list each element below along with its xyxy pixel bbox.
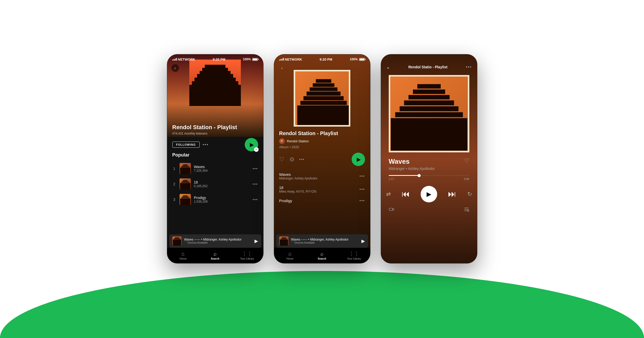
play-pause-icon: ▶ xyxy=(427,191,431,198)
time-total: 3:08 xyxy=(464,177,469,180)
now-playing-bar-1[interactable]: Waves ------ • Midranger, Ashley Apollod… xyxy=(169,234,261,248)
svg-rect-42 xyxy=(413,89,445,94)
svg-rect-20 xyxy=(183,195,187,196)
track-list-artist-1: Midranger, Ashley Apollodor xyxy=(279,177,318,180)
popular-title: Popular xyxy=(172,152,258,158)
track-dots-1[interactable]: ••• xyxy=(253,167,258,171)
nav-library-2[interactable]: ⋮⋮ Your Library xyxy=(338,249,370,262)
heart-button-3[interactable]: ♡ xyxy=(464,158,469,164)
svg-rect-47 xyxy=(391,118,467,151)
progress-times: 1:17 3:08 xyxy=(389,177,469,180)
track-list-item-1: Waves Midranger, Ashley Apollodor ••• xyxy=(279,170,365,183)
artist-row: R Rendol Station xyxy=(279,138,365,144)
repeat-button[interactable]: ↻ xyxy=(467,191,472,197)
svg-rect-46 xyxy=(395,112,463,117)
nav-library-1[interactable]: ⋮⋮ Your Library xyxy=(231,249,263,262)
nav-home-2[interactable]: ⌂ Home xyxy=(274,249,306,262)
svg-rect-43 xyxy=(408,95,450,99)
signal-icon-2 xyxy=(279,58,284,61)
playlist-actions: FOLLOWING ••• ▶ ✕ xyxy=(172,138,258,151)
play-icon: ▶ xyxy=(250,142,254,148)
track-dots-3[interactable]: ••• xyxy=(253,197,258,202)
nav-search-label-2: Search xyxy=(318,257,326,260)
next-button[interactable]: ⏭ xyxy=(448,189,456,199)
svg-rect-21 xyxy=(182,196,188,197)
song-title: Waves xyxy=(389,158,469,166)
phones-container: NETWORK 9:20 PM 100% ‹ Rendol Station - … xyxy=(167,54,477,284)
svg-rect-16 xyxy=(182,181,188,182)
album-actions: ♡ ⊙ ••• ▶ xyxy=(279,153,365,166)
now-playing-bar-2[interactable]: Waves ------ • Midranger, Ashley Apollod… xyxy=(276,234,368,248)
svg-rect-29 xyxy=(316,79,331,83)
svg-rect-48 xyxy=(389,208,392,210)
following-button[interactable]: FOLLOWING xyxy=(172,142,200,148)
album-meta: Album • 2020 xyxy=(279,145,365,149)
track-list-dots-2[interactable]: ••• xyxy=(360,187,365,191)
progress-fill xyxy=(389,175,419,176)
album-info: Rendol Station - Playlist R Rendol Stati… xyxy=(274,130,370,205)
svg-point-53 xyxy=(467,210,469,211)
track-plays-3: 1,539,208 xyxy=(194,200,250,203)
track-list-dots-3[interactable]: ••• xyxy=(360,199,365,203)
phone-1: NETWORK 9:20 PM 100% ‹ Rendol Station - … xyxy=(167,54,264,263)
phone-2: NETWORK 9:20 PM 100% ‹ xyxy=(274,54,370,263)
back-button-2[interactable]: ‹ xyxy=(278,64,286,72)
svg-rect-11 xyxy=(182,166,188,166)
playlist-info: Rendol Station - Playlist 474,431 monthl… xyxy=(167,124,263,151)
back-button[interactable]: ‹ xyxy=(171,64,179,72)
nav-search-1[interactable]: ⌕ Search xyxy=(199,249,231,262)
play-pause-button[interactable]: ▶ xyxy=(421,186,437,202)
more-button[interactable]: ••• xyxy=(299,157,305,161)
progress-bar[interactable] xyxy=(389,175,469,176)
shuffle-button[interactable]: ⇄ xyxy=(386,191,391,197)
svg-rect-38 xyxy=(281,238,287,239)
time-current: 1:17 xyxy=(389,177,394,180)
track-info-3: Prodigy 1,539,208 xyxy=(194,196,250,203)
playlist-title: Rendol Station - Playlist xyxy=(172,124,258,131)
svg-rect-23 xyxy=(180,199,190,205)
nav-search-2[interactable]: ⌕ Search xyxy=(306,249,338,262)
np-play-button-2[interactable]: ▶ xyxy=(361,238,365,244)
np-play-button-1[interactable]: ▶ xyxy=(255,238,258,244)
track-plays-2: 5,165,052 xyxy=(194,184,250,188)
track-thumb-2 xyxy=(180,178,191,190)
more-options-button[interactable]: ••• xyxy=(203,142,209,147)
track-dots-2[interactable]: ••• xyxy=(253,182,258,186)
chevron-down-icon[interactable]: ⌄ xyxy=(386,64,390,70)
svg-rect-49 xyxy=(392,209,394,210)
play-button-2[interactable]: ▶ xyxy=(352,153,365,166)
controls-section: ⇄ ⏮ ▶ ⏭ ↻ xyxy=(381,186,477,202)
track-name-1: Waves xyxy=(194,165,250,169)
svg-rect-44 xyxy=(404,100,454,105)
svg-rect-5 xyxy=(197,74,233,78)
svg-rect-22 xyxy=(181,197,189,198)
nav-home-1[interactable]: ⌂ Home xyxy=(167,249,199,262)
connect-button[interactable] xyxy=(389,207,394,213)
signal-icon xyxy=(172,58,177,61)
nav-library-label-1: Your Library xyxy=(240,257,254,260)
heart-button[interactable]: ♡ xyxy=(279,156,284,163)
track-plays-1: 7,325,404 xyxy=(194,169,250,172)
np-info-2: Waves ------ • Midranger, Ashley Apollod… xyxy=(291,238,359,244)
phone3-header: ⌄ Rendol Statio - Playlist ••• xyxy=(381,64,477,70)
more-options-button-3[interactable]: ••• xyxy=(466,65,472,69)
svg-rect-8 xyxy=(189,85,241,106)
queue-button[interactable] xyxy=(464,207,469,213)
np-devices-2: 📱 Devices Available xyxy=(291,241,359,244)
bottom-nav-1: ⌂ Home ⌕ Search ⋮⋮ Your Library xyxy=(167,248,263,263)
progress-section: 1:17 3:08 xyxy=(381,175,477,180)
svg-rect-25 xyxy=(175,237,179,238)
track-info-2: 18 5,165,052 xyxy=(194,180,250,188)
prev-button[interactable]: ⏮ xyxy=(402,189,410,199)
play-button[interactable]: ▶ ✕ xyxy=(245,138,258,151)
nav-search-label-1: Search xyxy=(211,257,219,260)
nav-home-label-1: Home xyxy=(180,257,187,260)
home-icon-1: ⌂ xyxy=(182,251,185,257)
phone-3: ⌄ Rendol Statio - Playlist ••• xyxy=(381,54,477,263)
artist-name: Rendol Station xyxy=(287,139,309,143)
carrier-label: NETWORK xyxy=(178,57,195,61)
track-name-2: 18 xyxy=(194,180,250,184)
download-button[interactable]: ⊙ xyxy=(290,156,294,163)
track-item-1: 1 Waves 7,325,404 ••• xyxy=(172,161,258,176)
track-list-dots-1[interactable]: ••• xyxy=(360,174,365,178)
